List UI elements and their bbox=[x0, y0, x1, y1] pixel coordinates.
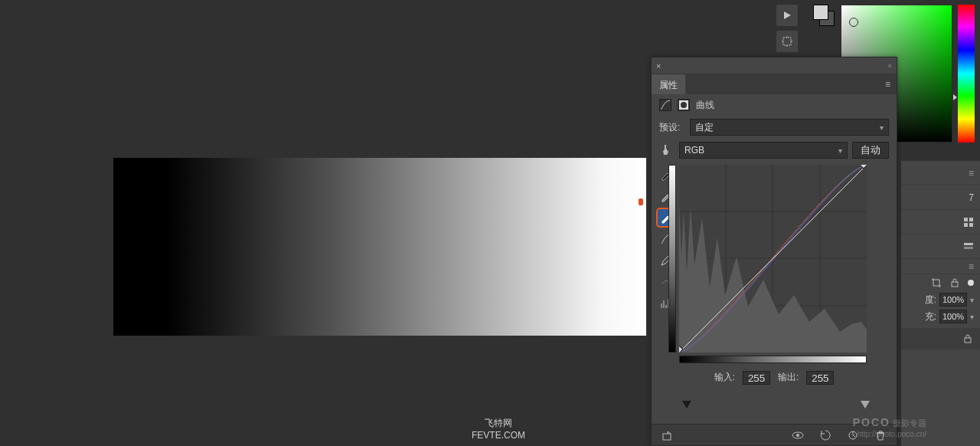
tool-preset-column bbox=[776, 5, 802, 57]
svg-rect-1 bbox=[783, 38, 791, 45]
trash-icon[interactable] bbox=[874, 428, 887, 442]
chevron-down-icon: ▾ bbox=[838, 146, 842, 155]
svg-rect-18 bbox=[969, 218, 973, 221]
svg-rect-19 bbox=[964, 223, 968, 227]
mask-icon bbox=[678, 99, 690, 111]
properties-panel: × « 属性 ≡ 曲线 预设: 自定 ▾ RGB ▾ 自动 bbox=[651, 57, 897, 446]
tab-properties[interactable]: 属性 bbox=[652, 74, 685, 94]
foreground-background-swatch[interactable] bbox=[813, 5, 836, 26]
svg-rect-17 bbox=[964, 218, 968, 221]
transform-icon[interactable] bbox=[776, 31, 798, 52]
fill-field[interactable] bbox=[939, 310, 967, 323]
panel-tabs: 属性 ≡ bbox=[652, 74, 897, 94]
crop-icon[interactable] bbox=[931, 277, 942, 288]
collapse-icon[interactable]: « bbox=[887, 61, 892, 70]
channel-select[interactable]: RGB ▾ bbox=[679, 142, 848, 159]
opacity-row: 度: ▾ bbox=[901, 291, 980, 308]
svg-point-3 bbox=[681, 102, 687, 108]
opacity-label: 度: bbox=[925, 294, 936, 307]
layer-lock-row bbox=[901, 274, 980, 291]
histogram-sliders[interactable] bbox=[682, 401, 870, 412]
channel-7-label: 7 bbox=[969, 192, 974, 203]
output-value-field[interactable] bbox=[806, 371, 834, 385]
layer-item[interactable] bbox=[901, 328, 980, 349]
svg-rect-20 bbox=[969, 223, 973, 227]
output-label: 输出: bbox=[778, 371, 799, 385]
menu-icon[interactable]: ≡ bbox=[969, 261, 974, 272]
input-value-field[interactable] bbox=[743, 371, 770, 385]
foreground-color-swatch[interactable] bbox=[813, 5, 828, 20]
preset-value: 自定 bbox=[695, 121, 714, 134]
hue-slider-thumb[interactable] bbox=[953, 94, 957, 100]
menu-icon[interactable]: ≡ bbox=[969, 168, 974, 179]
adjustment-type-label: 曲线 bbox=[696, 99, 714, 112]
color-field-cursor[interactable] bbox=[849, 18, 858, 27]
chevron-down-icon[interactable]: ▾ bbox=[970, 296, 974, 304]
canvas-workspace[interactable] bbox=[0, 0, 647, 446]
channels-header: ≡ bbox=[901, 161, 980, 185]
right-panel-stack: ≡ 7 ≡ 度: ▾ 充: ▾ bbox=[900, 161, 980, 446]
svg-marker-0 bbox=[784, 11, 791, 19]
layers-header: ≡ bbox=[901, 259, 980, 274]
play-icon[interactable] bbox=[776, 5, 798, 26]
curves-graph[interactable] bbox=[679, 165, 867, 353]
fill-row: 充: ▾ bbox=[901, 308, 980, 325]
svg-rect-21 bbox=[964, 243, 973, 245]
svg-rect-22 bbox=[964, 247, 973, 249]
output-gradient-strip bbox=[668, 165, 676, 353]
chevron-down-icon: ▾ bbox=[880, 123, 884, 132]
document-gradient-image[interactable] bbox=[113, 158, 646, 336]
close-icon[interactable]: × bbox=[656, 61, 661, 71]
menu-icon[interactable]: ≡ bbox=[879, 74, 897, 94]
panel-titlebar[interactable]: × « bbox=[652, 57, 897, 74]
previous-icon[interactable] bbox=[818, 428, 832, 442]
opacity-field[interactable] bbox=[939, 293, 967, 307]
input-gradient-strip bbox=[679, 356, 867, 363]
curves-adjustment-icon bbox=[659, 99, 671, 111]
svg-rect-13 bbox=[663, 434, 671, 440]
channel-item[interactable]: 7 bbox=[901, 185, 980, 210]
grid-icon bbox=[963, 217, 974, 228]
finger-target-icon[interactable] bbox=[659, 143, 675, 157]
fill-label: 充: bbox=[925, 310, 936, 323]
visibility-icon[interactable] bbox=[791, 428, 805, 442]
chevron-down-icon[interactable]: ▾ bbox=[970, 313, 974, 321]
channel-value: RGB bbox=[684, 145, 704, 156]
input-label: 输入: bbox=[714, 371, 735, 385]
properties-footer bbox=[652, 424, 897, 445]
lock-icon[interactable] bbox=[949, 277, 960, 288]
channels-icon bbox=[963, 241, 974, 252]
channels-icon-row[interactable] bbox=[901, 234, 980, 259]
clip-mask-icon[interactable] bbox=[661, 428, 675, 442]
preset-label: 预设: bbox=[659, 121, 685, 134]
lock-dot-icon[interactable] bbox=[968, 280, 974, 286]
highlights-slider-thumb[interactable] bbox=[861, 401, 870, 408]
channel-grid-icon-row[interactable] bbox=[901, 210, 980, 234]
hue-slider[interactable] bbox=[958, 5, 975, 143]
svg-point-15 bbox=[796, 434, 799, 437]
svg-rect-24 bbox=[965, 338, 971, 343]
sample-marker[interactable] bbox=[639, 198, 643, 205]
reset-icon[interactable] bbox=[846, 428, 860, 442]
svg-rect-23 bbox=[952, 282, 958, 287]
shadows-slider-thumb[interactable] bbox=[682, 401, 691, 408]
lock-icon bbox=[963, 334, 972, 343]
preset-select[interactable]: 自定 ▾ bbox=[690, 119, 889, 136]
auto-button[interactable]: 自动 bbox=[852, 142, 889, 159]
